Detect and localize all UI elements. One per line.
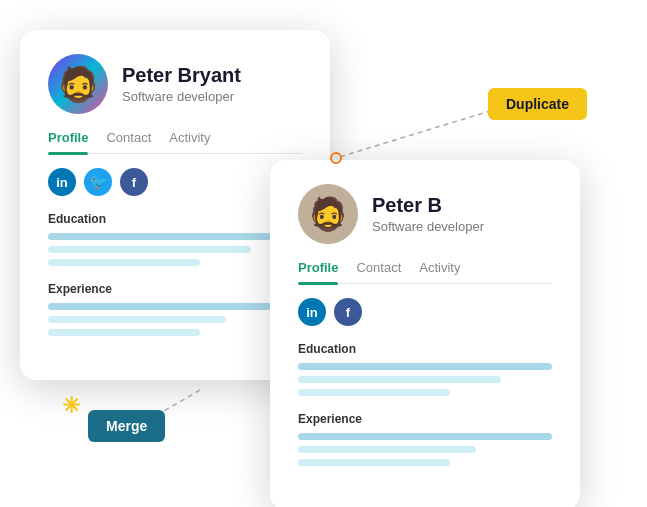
card-front-name: Peter B (372, 194, 484, 217)
experience-section-front: Experience (298, 412, 552, 466)
linkedin-icon-front[interactable]: in (298, 298, 326, 326)
tab-back-activity[interactable]: Activity (169, 130, 210, 153)
experience-section-back: Experience (48, 282, 302, 336)
orange-dot (330, 152, 342, 164)
edu-line-2 (48, 246, 251, 253)
exp-line-2 (48, 316, 226, 323)
facebook-icon-front[interactable]: f (334, 298, 362, 326)
card-front-info: Peter B Software developer (372, 194, 484, 234)
education-section-front: Education (298, 342, 552, 396)
scene: 🧔 Peter Bryant Software developer Profil… (0, 0, 647, 507)
card-front-social: in f (298, 298, 552, 326)
twitter-icon-back[interactable]: 🐦 (84, 168, 112, 196)
edu-line-f2 (298, 376, 501, 383)
card-front: 🧔 Peter B Software developer Profile Con… (270, 160, 580, 507)
tab-front-profile[interactable]: Profile (298, 260, 338, 283)
merge-star-icon: ✳ (62, 393, 80, 419)
exp-line-f2 (298, 446, 476, 453)
exp-line-f3 (298, 459, 450, 466)
card-back-header: 🧔 Peter Bryant Software developer (48, 54, 302, 114)
avatar-back: 🧔 (48, 54, 108, 114)
duplicate-badge[interactable]: Duplicate (488, 88, 587, 120)
edu-line-f3 (298, 389, 450, 396)
card-back-social: in 🐦 f (48, 168, 302, 196)
edu-line-f1 (298, 363, 552, 370)
card-back-tabs: Profile Contact Activity (48, 130, 302, 154)
tab-front-activity[interactable]: Activity (419, 260, 460, 283)
experience-label-back: Experience (48, 282, 302, 296)
card-back-name: Peter Bryant (122, 64, 241, 87)
exp-line-3 (48, 329, 200, 336)
education-label-back: Education (48, 212, 302, 226)
merge-badge[interactable]: Merge (88, 410, 165, 442)
education-section-back: Education (48, 212, 302, 266)
exp-line-1 (48, 303, 302, 310)
tab-back-profile[interactable]: Profile (48, 130, 88, 153)
exp-line-f1 (298, 433, 552, 440)
card-back-info: Peter Bryant Software developer (122, 64, 241, 104)
card-front-header: 🧔 Peter B Software developer (298, 184, 552, 244)
experience-label-front: Experience (298, 412, 552, 426)
edu-line-1 (48, 233, 302, 240)
avatar-front: 🧔 (298, 184, 358, 244)
tab-back-contact[interactable]: Contact (106, 130, 151, 153)
tab-front-contact[interactable]: Contact (356, 260, 401, 283)
linkedin-icon-back[interactable]: in (48, 168, 76, 196)
card-front-tabs: Profile Contact Activity (298, 260, 552, 284)
card-front-subtitle: Software developer (372, 219, 484, 234)
card-back-subtitle: Software developer (122, 89, 241, 104)
edu-line-3 (48, 259, 200, 266)
facebook-icon-back[interactable]: f (120, 168, 148, 196)
education-label-front: Education (298, 342, 552, 356)
duplicate-connector (336, 108, 500, 158)
